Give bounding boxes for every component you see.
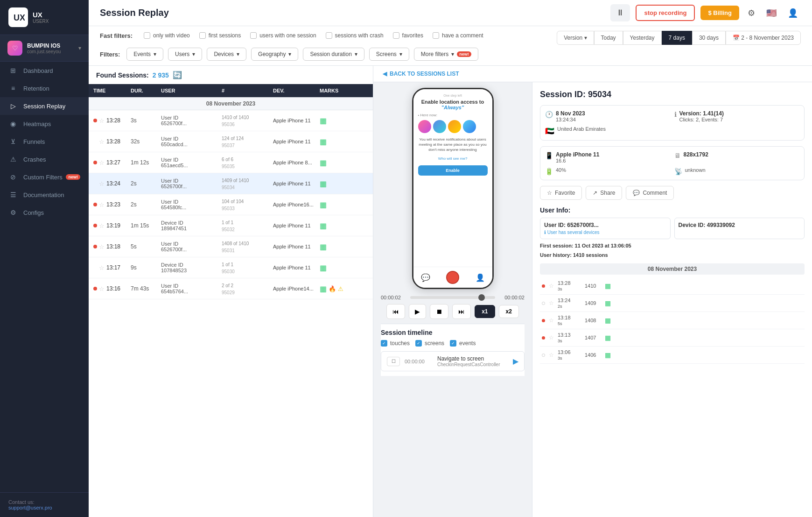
table-row[interactable]: ☆ 13:18 5s User ID6526700f... 1408 of 14… (89, 236, 373, 257)
table-row[interactable]: ☆ 13:19 1m 15s Device ID189847451 1 of 1… (89, 215, 373, 236)
history-row[interactable]: ☆ 13:063s 1406 ▦ (540, 347, 805, 364)
filter-geography-btn[interactable]: Geography ▾ (251, 48, 298, 61)
share-button[interactable]: ↗ Share (586, 186, 622, 200)
sidebar-item-custom-filters[interactable]: ⊘ Custom Filters new! (0, 168, 89, 186)
sidebar-item-funnels[interactable]: ⊻ Funnels (0, 133, 89, 150)
phone-enable-button[interactable]: Enable (418, 165, 488, 176)
table-row[interactable]: ☆ 13:24 2s User ID6526700f... 1409 of 14… (89, 173, 373, 194)
marks-cell: ▦ (320, 137, 357, 146)
timeline-filter-events[interactable]: ✓ events (450, 340, 476, 347)
star-icon[interactable]: ☆ (99, 201, 105, 208)
sidebar-item-heatmaps[interactable]: ◉ Heatmaps (0, 115, 89, 133)
star-icon[interactable]: ☆ (549, 317, 554, 324)
controls-row: ⏮ ▶ ⏹ ⏭ x1 x2 (381, 304, 525, 319)
speed-x2-button[interactable]: x2 (499, 305, 519, 318)
timeline-filter-screens[interactable]: ✓ screens (415, 340, 444, 347)
comment-icon: 💬 (633, 190, 640, 196)
star-icon[interactable]: ☆ (99, 243, 105, 250)
marks-cell: ▦ (320, 242, 357, 251)
star-icon[interactable]: ☆ (99, 222, 105, 229)
date-range-btn[interactable]: 📅 2 - 8 November 2023 (726, 31, 801, 45)
sidebar-item-crashes[interactable]: ⚠ Crashes (0, 150, 89, 168)
star-icon[interactable]: ☆ (99, 159, 105, 166)
filter-users-btn[interactable]: Users ▾ (168, 48, 202, 61)
timeline-filter-touches[interactable]: ✓ touches (381, 340, 410, 347)
filter-sessions-with-crash[interactable]: sessions with crash (326, 32, 384, 39)
timeline-play-icon[interactable]: ▶ (513, 357, 518, 366)
30days-btn[interactable]: 30 days (692, 31, 726, 45)
progress-thumb[interactable] (478, 294, 485, 301)
filter-only-with-video[interactable]: only with video (144, 32, 190, 39)
timeline-item[interactable]: ☐ 00:00:00 Navigate to screen CheckinReq… (381, 351, 525, 371)
yesterday-btn[interactable]: Yesterday (623, 31, 662, 45)
stop-button[interactable]: ⏹ (430, 304, 448, 319)
phone-record-button[interactable] (446, 271, 459, 284)
version-btn[interactable]: Version ▾ (557, 31, 594, 45)
filter-screens-btn[interactable]: Screens ▾ (369, 48, 409, 61)
table-row[interactable]: ☆ 13:23 2s User ID654580fc... 104 of 104… (89, 194, 373, 215)
filter-first-sessions[interactable]: first sessions (199, 32, 241, 39)
filter-session-duration-btn[interactable]: Session duration ▾ (303, 48, 364, 61)
skip-forward-button[interactable]: ⏭ (452, 304, 471, 319)
skip-back-button[interactable]: ⏮ (386, 304, 405, 319)
table-row[interactable]: ☆ 13:28 32s User ID650cadcd... 124 of 12… (89, 131, 373, 152)
favorite-button[interactable]: ☆ Favorite (540, 186, 582, 200)
sidebar-item-documentation[interactable]: ☰ Documentation (0, 186, 89, 204)
pause-button[interactable]: ⏸ (610, 4, 630, 21)
star-icon[interactable]: ☆ (549, 300, 554, 306)
settings-icon[interactable]: ⚙ (745, 5, 758, 21)
star-icon[interactable]: ☆ (99, 117, 105, 124)
star-icon[interactable]: ☆ (99, 264, 105, 271)
star-icon[interactable]: ☆ (549, 283, 554, 289)
progress-bar[interactable] (410, 296, 495, 299)
favorite-label: Favorite (555, 190, 575, 196)
phone-see-link: Who will see me? (418, 156, 488, 161)
sidebar-item-retention[interactable]: ≡ Retention (0, 79, 89, 97)
table-row[interactable]: ☆ 13:28 3s User ID6526700f... 1410 of 14… (89, 110, 373, 131)
filter-favorites[interactable]: favorites (393, 32, 423, 39)
history-row[interactable]: ☆ 13:283s 1410 ▦ (540, 277, 805, 295)
star-icon[interactable]: ☆ (99, 138, 105, 145)
table-row[interactable]: ☆ 13:27 1m 12s User ID651aecd5... 6 of 6… (89, 152, 373, 173)
filter-have-a-comment[interactable]: have a comment (433, 32, 483, 39)
comment-button[interactable]: 💬 Comment (626, 186, 674, 200)
network-info: 📡 unknown (674, 167, 800, 175)
star-icon[interactable]: ☆ (549, 334, 554, 341)
dot-red-icon (542, 319, 545, 322)
app-selector[interactable]: ♡ BUMPIN IOS com.just.seeyou ▾ (0, 35, 89, 62)
language-flag-icon[interactable]: 🇺🇸 (763, 5, 779, 21)
refresh-icon[interactable]: 🔄 (173, 71, 182, 79)
star-icon[interactable]: ☆ (99, 180, 105, 187)
user-cell: User ID6526700f... (161, 178, 222, 189)
stop-recording-button[interactable]: stop recording (636, 5, 695, 21)
sidebar-item-session-replay[interactable]: ▷ Session Replay (0, 97, 89, 115)
history-row[interactable]: ☆ 13:242s 1409 ▦ (540, 295, 805, 312)
user-icon[interactable]: 👤 (785, 5, 801, 21)
app-bundle: com.just.seeyou (27, 49, 78, 54)
table-row[interactable]: ☆ 13:16 7m 43s User ID654b5764... 2 of 2… (89, 278, 373, 299)
grid-icon: ▦ (605, 282, 611, 290)
billing-button[interactable]: $ Billing (700, 6, 739, 20)
sidebar-item-configs[interactable]: ⚙ Configs (0, 204, 89, 221)
table-row[interactable]: ☆ 13:17 9s Device ID107848523 1 of 19503… (89, 257, 373, 278)
filter-events-btn[interactable]: Events ▾ (126, 48, 163, 61)
7days-btn[interactable]: 7 days (662, 31, 692, 45)
marks-cell: ▦ 🔥 ⚠ (320, 284, 357, 293)
back-to-sessions-button[interactable]: ◀ BACK TO SESSIONS LIST (383, 71, 459, 77)
dot-red-icon (93, 245, 97, 248)
network-text: unknown (685, 167, 706, 173)
star-icon[interactable]: ☆ (549, 352, 554, 358)
filter-users-with-one-session[interactable]: users with one session (250, 32, 316, 39)
filter-devices-btn[interactable]: Devices ▾ (207, 48, 246, 61)
hist-time: 13:063s (558, 349, 581, 361)
contact-email[interactable]: support@userx.pro (8, 505, 80, 510)
speed-x1-button[interactable]: x1 (475, 305, 495, 318)
play-button[interactable]: ▶ (409, 304, 426, 319)
today-btn[interactable]: Today (594, 31, 623, 45)
filter-more-btn[interactable]: More filters ▾ new! (414, 48, 478, 61)
history-row[interactable]: ☆ 13:185s 1408 ▦ (540, 312, 805, 329)
history-row[interactable]: ☆ 13:133s 1407 ▦ (540, 329, 805, 347)
sidebar-item-dashboard[interactable]: ⊞ Dashboard (0, 62, 89, 79)
star-icon[interactable]: ☆ (99, 285, 105, 292)
info-country: 🇦🇪 United Arab Emirates (545, 126, 671, 135)
